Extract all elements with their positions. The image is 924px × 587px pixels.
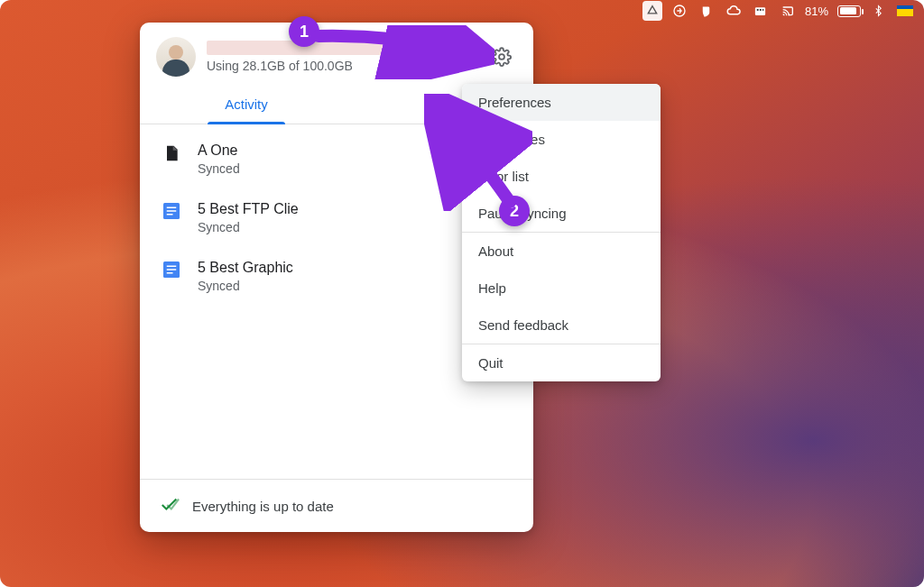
drive-popover: Using 28.1GB of 100.0GB Activity A One S… [140,23,533,532]
shield-icon[interactable] [670,1,689,21]
menubar: 81% [633,0,924,22]
search-button[interactable] [454,41,485,72]
cast-icon[interactable] [778,1,798,21]
annotation-badge-1: 1 [289,16,319,47]
avatar[interactable] [156,37,196,77]
svg-point-7 [463,50,475,62]
svg-rect-4 [762,9,763,11]
file-title: A One [198,142,240,159]
battery-icon[interactable] [837,5,861,17]
menu-item-help[interactable]: Help [462,270,661,307]
svg-point-8 [499,54,504,60]
menu-item-pause-syncing[interactable]: Pause syncing [462,195,661,232]
menu-item-preferences[interactable]: Preferences [462,84,661,121]
menu-item-offline-files[interactable]: Offline files [462,121,661,158]
menu-item-send-feedback[interactable]: Send feedback [462,307,661,344]
svg-rect-11 [167,210,177,212]
svg-rect-5 [897,5,913,9]
svg-rect-15 [167,269,177,271]
svg-rect-3 [760,9,762,11]
svg-rect-14 [167,266,177,268]
svg-rect-1 [755,7,765,15]
popover-footer: Everything is up to date [140,479,533,532]
drive-icon[interactable] [642,1,662,21]
file-title: 5 Best Graphic [198,260,293,276]
battery-percent-text: 81% [805,5,828,18]
svg-rect-10 [167,207,177,209]
grid-icon[interactable] [751,1,771,21]
svg-rect-16 [167,272,173,274]
footer-status-text: Everything is up to date [192,499,334,514]
docs-icon [160,201,183,221]
docs-icon [160,260,183,280]
annotation-badge-2: 2 [499,196,530,226]
menu-item-error-list[interactable]: Error list [462,158,661,195]
settings-button[interactable] [486,41,517,72]
file-title: 5 Best FTP Clie [198,201,299,217]
desktop-background: 81% Using 28.1GB of 100.0GB A [0,0,924,587]
popover-header: Using 28.1GB of 100.0GB [140,23,533,84]
surfshark-icon[interactable] [697,1,716,21]
svg-rect-2 [757,9,759,11]
bluetooth-icon[interactable] [868,1,888,21]
storage-usage-text: Using 28.1GB of 100.0GB [207,59,454,73]
tab-activity[interactable]: Activity [156,84,337,124]
check-icon [160,494,180,518]
svg-rect-6 [897,9,913,16]
svg-rect-12 [167,214,173,216]
file-status: Synced [198,279,293,293]
menu-item-quit[interactable]: Quit [462,344,661,381]
file-status: Synced [198,220,299,234]
menu-item-about[interactable]: About [462,233,661,270]
file-icon [160,142,183,164]
file-status: Synced [198,161,240,176]
settings-menu: Preferences Offline files Error list Pau… [462,84,661,381]
flag-icon[interactable] [895,1,915,21]
onedrive-icon[interactable] [724,1,744,21]
